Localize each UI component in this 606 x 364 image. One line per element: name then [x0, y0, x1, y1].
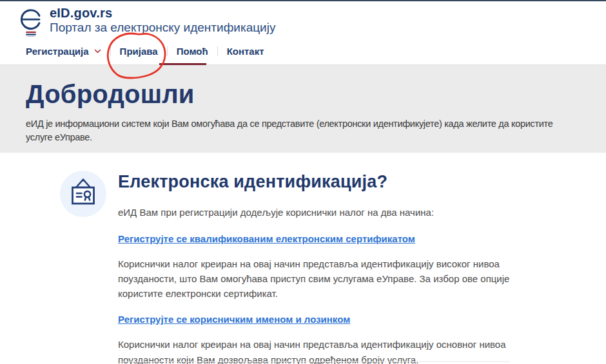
site-header: eID.gov.rs Портал за електронску идентиф…	[0, 1, 606, 37]
nav-item-registracija-label: Регистрација	[26, 46, 89, 57]
flag-blue-bar	[26, 34, 35, 35]
nav-item-prijava[interactable]: Пријава	[120, 46, 158, 57]
register-username-link[interactable]: Региструјте се корисничким именом и лози…	[118, 314, 350, 325]
hero-section: Добродошли еИД је информациони систем ко…	[0, 65, 606, 153]
id-badge-icon	[60, 171, 106, 217]
chevron-down-icon	[94, 49, 101, 53]
section-intro: еИД Вам при регистрацији додељује корисн…	[118, 206, 513, 220]
nav-divider	[110, 46, 111, 56]
hero-description: еИД је информациони систем који Вам омог…	[26, 117, 567, 144]
section-divider	[119, 361, 509, 362]
eid-logo-icon[interactable]	[18, 6, 44, 37]
certificate-paragraph: Кориснички налог креиран на овај начин п…	[118, 256, 513, 302]
nav-item-pomoc[interactable]: Помоћ	[177, 46, 208, 57]
username-paragraph: Кориснички налог креиран на овај начин п…	[118, 337, 513, 364]
hero-heading: Добродошли	[26, 81, 580, 108]
nav-item-registracija[interactable]: Регистрација	[26, 46, 101, 57]
section-heading: Електронска идентификација?	[118, 172, 513, 192]
brand-tagline: Портал за електронску идентификацију	[50, 21, 275, 35]
main-nav: Регистрација Пријава Помоћ Контакт	[0, 37, 606, 65]
flag-white-bar	[27, 36, 35, 37]
flag-red-bar	[26, 32, 35, 33]
nav-divider	[217, 46, 218, 56]
nav-active-underline	[159, 63, 206, 65]
brand-title[interactable]: eID.gov.rs	[50, 6, 275, 20]
nav-divider	[167, 46, 168, 56]
nav-item-kontakt[interactable]: Контакт	[227, 46, 264, 57]
register-certificate-link[interactable]: Региструјте се квалификованим електронск…	[118, 233, 415, 244]
main-section: Електронска идентификација? еИД Вам при …	[0, 153, 606, 364]
